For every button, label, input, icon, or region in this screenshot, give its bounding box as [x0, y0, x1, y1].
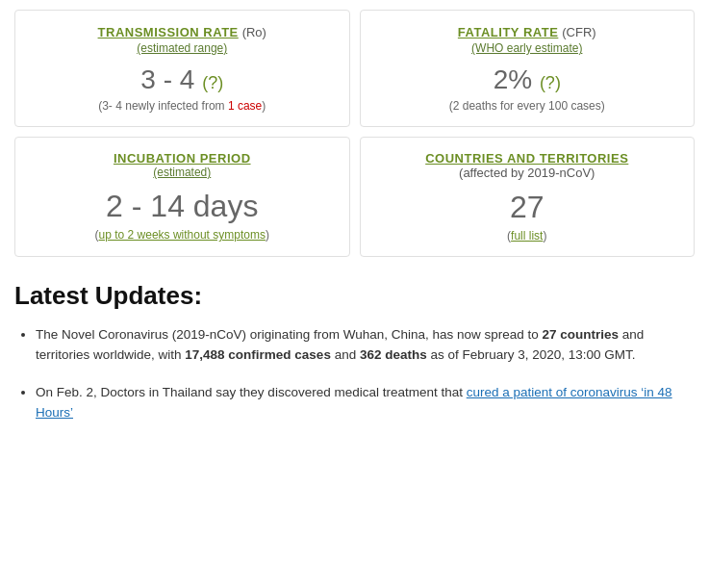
incubation-period-title: INCUBATION PERIOD [114, 151, 251, 166]
countries-territories-subtitle-plain: (affected by 2019-nCoV) [459, 166, 595, 180]
update1-bold-countries: 27 countries [543, 327, 620, 342]
countries-territories-card: COUNTRIES AND TERRITORIES (affected by 2… [360, 137, 696, 257]
incubation-period-subtitle[interactable]: (estimated) [153, 166, 211, 179]
transmission-rate-card: TRANSMISSION RATE (Ro) (estimated range)… [14, 10, 350, 127]
incubation-period-desc: (up to 2 weeks without symptoms) [31, 228, 334, 242]
fatality-rate-card: FATALITY RATE (CFR) (WHO early estimate)… [360, 10, 696, 127]
fatality-rate-desc: (2 deaths for every 100 cases) [376, 99, 679, 113]
fatality-rate-header: FATALITY RATE (CFR) (WHO early estimate) [376, 24, 679, 55]
update-item-2: On Feb. 2, Doctors in Thailand say they … [36, 383, 695, 423]
transmission-rate-subtitle-wrap: (estimated range) [137, 39, 227, 55]
transmission-rate-highlight: 1 case [228, 99, 262, 113]
fatality-rate-qmark[interactable]: (?) [540, 73, 561, 92]
fatality-rate-subtitle-wrap: (WHO early estimate) [471, 39, 582, 55]
incubation-period-value: 2 - 14 days [31, 189, 334, 224]
incubation-period-card: INCUBATION PERIOD (estimated) 2 - 14 day… [14, 137, 350, 257]
incubation-period-header: INCUBATION PERIOD (estimated) [31, 151, 334, 179]
update-item-1: The Novel Coronavirus (2019-nCoV) origin… [36, 325, 695, 366]
update1-bold-cases: 17,488 confirmed cases [185, 347, 331, 362]
countries-territories-header: COUNTRIES AND TERRITORIES (affected by 2… [376, 151, 679, 180]
fatality-rate-title-text: FATALITY RATE [458, 25, 558, 39]
incubation-period-link[interactable]: up to 2 weeks without symptoms [99, 228, 266, 242]
fatality-rate-subtitle[interactable]: (WHO early estimate) [471, 41, 582, 55]
fatality-rate-value: 2% (?) [376, 64, 679, 95]
fatality-rate-title-wrap: FATALITY RATE (CFR) [458, 24, 596, 39]
transmission-rate-qmark[interactable]: (?) [202, 73, 223, 92]
update1-bold-deaths: 362 deaths [360, 347, 427, 362]
transmission-rate-title: TRANSMISSION RATE (Ro) [98, 24, 266, 39]
transmission-rate-value: 3 - 4 (?) [31, 64, 334, 95]
transmission-rate-header: TRANSMISSION RATE (Ro) (estimated range) [31, 24, 334, 55]
updates-list: The Novel Coronavirus (2019-nCoV) origin… [14, 325, 695, 423]
stats-grid: TRANSMISSION RATE (Ro) (estimated range)… [14, 10, 695, 257]
countries-territories-full-list-link[interactable]: full list [511, 229, 543, 243]
countries-territories-title: COUNTRIES AND TERRITORIES [425, 151, 628, 166]
latest-updates-section: Latest Updates: The Novel Coronavirus (2… [14, 281, 695, 423]
countries-territories-value: 27 [376, 190, 679, 225]
transmission-rate-title-text: TRANSMISSION RATE [98, 25, 239, 39]
transmission-rate-desc: (3- 4 newly infected from 1 case) [31, 99, 334, 113]
fatality-rate-cfr: (CFR) [562, 25, 595, 39]
latest-updates-heading: Latest Updates: [14, 281, 695, 311]
update2-cure-link[interactable]: cured a patient of coronavirus ‘in 48 Ho… [36, 385, 672, 420]
countries-territories-desc: (full list) [376, 229, 679, 243]
transmission-rate-ro: (Ro) [242, 25, 266, 39]
transmission-rate-subtitle[interactable]: (estimated range) [137, 41, 227, 55]
